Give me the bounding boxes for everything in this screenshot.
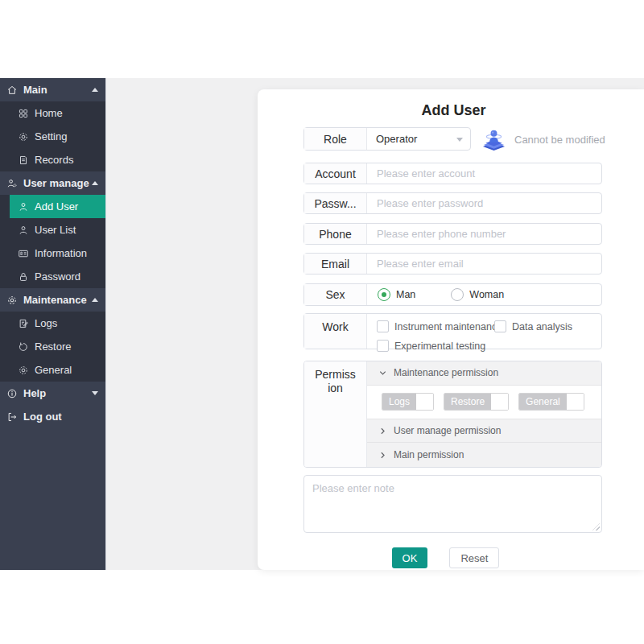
logout-icon xyxy=(6,411,18,423)
chevron-up-icon xyxy=(92,88,98,92)
sidebar-item-setting[interactable]: Setting xyxy=(0,125,105,148)
info-icon xyxy=(6,388,18,399)
work-label: Work xyxy=(304,314,367,349)
sidebar-item-main[interactable]: Main xyxy=(0,78,105,101)
reset-button[interactable]: Reset xyxy=(449,547,499,568)
work-row: Work Instrument maintenance Data analysi… xyxy=(303,313,602,349)
password-row: Passw... xyxy=(303,192,602,214)
role-select[interactable]: Operator xyxy=(367,128,470,150)
collapse-title: User manage permission xyxy=(394,425,501,436)
checkbox-icon xyxy=(377,340,389,352)
permission-toggles: Logs Restore General xyxy=(367,386,601,419)
toggle-knob xyxy=(416,394,433,410)
sidebar-item-label: Setting xyxy=(35,130,67,142)
note-textarea[interactable] xyxy=(304,476,601,532)
sidebar-item-information[interactable]: Information xyxy=(0,242,105,265)
checkbox-label: Data analysis xyxy=(512,321,572,332)
form-actions: OK Reset xyxy=(303,547,602,568)
email-input[interactable] xyxy=(367,258,601,270)
sidebar-item-label: Log out xyxy=(23,411,62,423)
chevron-up-icon xyxy=(92,181,98,185)
email-row: Email xyxy=(303,253,602,275)
sidebar-item-log-out[interactable]: Log out xyxy=(0,405,105,428)
password-input[interactable] xyxy=(367,197,601,209)
radio-woman[interactable]: Woman xyxy=(451,288,504,301)
sidebar-item-help[interactable]: Help xyxy=(0,382,105,405)
checkbox-data-analysis[interactable]: Data analysis xyxy=(494,320,572,332)
role-selected-value: Operator xyxy=(376,133,417,145)
sidebar-item-maintenance[interactable]: Maintenance xyxy=(0,288,105,312)
radio-woman-label: Woman xyxy=(469,289,504,300)
sidebar-item-label: Logs xyxy=(35,317,57,329)
sidebar-item-label: Records xyxy=(35,154,73,166)
checkbox-icon xyxy=(377,320,389,332)
radio-selected-icon xyxy=(378,288,390,301)
sidebar-item-home[interactable]: Home xyxy=(0,101,105,125)
home-icon xyxy=(6,85,18,96)
sidebar-item-password[interactable]: Password xyxy=(0,265,105,288)
collapse-maintenance-permission[interactable]: Maintenance permission xyxy=(367,361,601,386)
page-title: Add User xyxy=(303,102,604,119)
sidebar-item-label: Main xyxy=(23,84,47,96)
sidebar-item-add-user[interactable]: Add User xyxy=(0,195,105,218)
toggle-general[interactable]: General xyxy=(518,393,584,411)
checkbox-label: Instrument maintenance xyxy=(394,321,502,332)
ok-button[interactable]: OK xyxy=(392,547,428,568)
radio-man-label: Man xyxy=(396,289,415,300)
sidebar-item-user-list[interactable]: User List xyxy=(0,218,105,242)
chevron-down-icon xyxy=(92,391,98,395)
user-icon xyxy=(18,225,29,236)
role-hint: Cannot be modified xyxy=(481,126,605,153)
document-icon xyxy=(18,155,29,166)
permission-label: Permission xyxy=(304,361,367,467)
role-note-text: Cannot be modified xyxy=(514,134,605,146)
collapse-title: Main permission xyxy=(394,449,464,460)
checkbox-icon xyxy=(494,320,506,332)
sidebar-item-label: User List xyxy=(35,224,76,236)
sidebar-item-logs[interactable]: Logs xyxy=(0,312,105,335)
role-label: Role xyxy=(304,128,367,150)
radio-man[interactable]: Man xyxy=(378,288,415,301)
sex-label: Sex xyxy=(304,284,367,305)
account-row: Account xyxy=(303,163,602,184)
chevron-right-icon xyxy=(378,427,387,436)
account-input[interactable] xyxy=(367,167,601,180)
sidebar-item-records[interactable]: Records xyxy=(0,148,105,171)
gear-icon xyxy=(18,131,29,142)
password-label: Passw... xyxy=(304,193,367,213)
sidebar: Main Home Setting Records User manage Ad… xyxy=(0,78,106,570)
toggle-restore[interactable]: Restore xyxy=(444,393,509,411)
checkbox-label: Experimental testing xyxy=(394,341,485,352)
sidebar-item-label: General xyxy=(35,364,72,376)
restore-icon xyxy=(18,341,29,353)
app-viewport: Main Home Setting Records User manage Ad… xyxy=(0,78,644,570)
user-gear-icon xyxy=(6,178,18,189)
sidebar-item-label: Restore xyxy=(35,341,72,353)
gear-icon xyxy=(6,295,18,306)
sidebar-item-general[interactable]: General xyxy=(0,358,105,382)
note-field xyxy=(303,475,602,533)
collapse-main-permission[interactable]: Main permission xyxy=(367,443,601,467)
phone-input[interactable] xyxy=(367,228,601,240)
role-row: Role Operator xyxy=(303,127,471,151)
phone-label: Phone xyxy=(304,224,367,244)
sidebar-item-label: Add User xyxy=(35,200,78,213)
collapse-user-manage-permission[interactable]: User manage permission xyxy=(367,419,601,444)
sidebar-item-restore[interactable]: Restore xyxy=(0,335,105,358)
account-label: Account xyxy=(304,163,367,184)
chevron-down-icon xyxy=(378,369,387,378)
add-user-card: Add User Role Operator Cann xyxy=(258,89,644,570)
sidebar-item-user-manage[interactable]: User manage xyxy=(0,171,105,195)
permission-row: Permission Maintenance permission Logs R… xyxy=(303,361,602,468)
toggle-knob xyxy=(567,394,584,410)
checkbox-instrument-maintenance[interactable]: Instrument maintenance xyxy=(377,320,494,332)
id-card-icon xyxy=(18,248,29,259)
sidebar-item-label: Help xyxy=(23,387,46,399)
user-3d-icon xyxy=(481,126,507,152)
toggle-logs[interactable]: Logs xyxy=(382,393,434,411)
checkbox-experimental-testing[interactable]: Experimental testing xyxy=(377,340,485,352)
grid-icon xyxy=(18,108,29,119)
document-pen-icon xyxy=(18,318,29,329)
collapse-title: Maintenance permission xyxy=(394,367,498,378)
chevron-up-icon xyxy=(92,298,98,302)
